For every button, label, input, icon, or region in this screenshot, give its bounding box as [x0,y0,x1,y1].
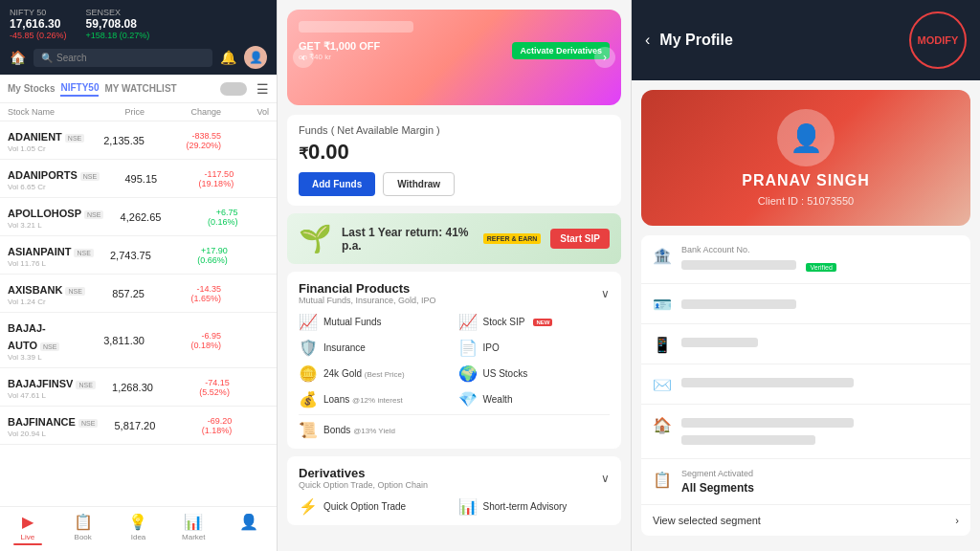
stock-name-cell: ASIANPAINTNSEVol 11.76 L [8,242,94,268]
table-row[interactable]: APOLLOHOSPNSEVol 3.21 L 4,262.65 +6.75(0… [0,198,277,236]
profile-name: PRANAV SINGH [742,172,870,189]
verified-badge: Verified [806,263,835,272]
banner-card: ‹ GET ₹1,000 OFF on ₹40 kr Activate Deri… [287,10,621,105]
nifty-value: 17,616.30 [10,17,67,31]
user-avatar-button[interactable]: 👤 [244,46,267,69]
table-row[interactable]: ASIANPAINTNSEVol 11.76 L 2,743.75 +17.90… [0,236,277,275]
sip-banner: 🌱 Last 1 Year return: 41% p.a. REFER & E… [287,213,621,264]
email-value-blurred [681,378,854,387]
nav-live[interactable]: ▶ Live [0,513,56,545]
advisory-icon: 📊 [458,497,478,516]
table-row[interactable]: ADANIPORTSNSEVol 6.65 Cr 495.15 -117.50(… [0,160,277,198]
profile-card: 👤 PRANAV SINGH Client ID : 51073550 [641,90,970,226]
ipo-icon: 📄 [458,339,478,357]
menu-icon[interactable]: ☰ [256,81,269,97]
product-mutual-funds[interactable]: 📈 Mutual Funds [299,313,451,331]
financial-collapse-icon[interactable]: ∨ [601,287,610,300]
product-stock-sip[interactable]: 📈 Stock SIP NEW [458,313,611,331]
financial-products-title: Financial Products [299,281,436,296]
modify-button[interactable]: MODIFY [909,11,967,69]
bell-button[interactable]: 🔔 [220,50,236,65]
stock-name-cell: APOLLOHOSPNSEVol 3.21 L [8,204,103,230]
search-icon: 🔍 [41,53,53,63]
stock-table-header: Stock Name Price Change Vol [0,103,277,121]
idea-icon: 💡 [128,513,147,531]
product-insurance[interactable]: 🛡️ Insurance [299,339,451,357]
banner-next-button[interactable]: › [594,47,615,68]
back-button[interactable]: ‹ [645,32,650,49]
withdraw-button[interactable]: Withdraw [383,172,455,196]
view-segment-button[interactable]: View selected segment › [641,505,970,536]
segment-row: 📋 Segment Activated All Segments [641,459,970,505]
table-row[interactable]: AXISBANKNSEVol 1.24 Cr 857.25 -14.35(1.6… [0,275,277,313]
search-bar[interactable]: 🔍 Search [33,49,212,67]
active-indicator [13,543,42,545]
product-advisory[interactable]: 📊 Short-term Advisory [458,497,611,516]
stock-name-cell: BAJFINANCENSEVol 20.94 L [8,412,98,438]
pan-value-blurred [681,299,796,309]
page-title: My Profile [659,32,909,49]
home-button[interactable]: 🏠 [10,50,26,65]
derivatives-collapse-icon[interactable]: ∨ [601,472,610,485]
banner-prev-button[interactable]: ‹ [293,47,314,68]
funds-amount: ₹0.00 [299,140,610,165]
bottom-nav: ▶ Live 📋 Book 💡 Idea 📊 Market 👤 [0,506,277,551]
sensex-change: +158.18 (0.27%) [86,31,150,40]
address-value-blurred [681,418,854,428]
us-stocks-label: US Stocks [483,368,528,379]
pan-icon: 🪪 [653,296,672,314]
table-row[interactable]: BAJFINANCENSEVol 20.94 L 5,817.20 -69.20… [0,407,277,445]
nav-profile[interactable]: 👤 [221,513,277,545]
live-icon: ▶ [22,513,33,531]
email-row: ✉️ [641,364,970,405]
product-us-stocks[interactable]: 🌍 US Stocks [458,364,611,383]
financial-products-card: Financial Products Mutual Funds, Insuran… [287,272,621,449]
product-bonds[interactable]: 📜 Bonds @13% Yield [299,421,610,439]
nav-book[interactable]: 📋 Book [56,513,111,545]
table-row[interactable]: BAJAJ-AUTONSEVol 3.39 L 3,811.30 -6.95(0… [0,313,277,368]
product-loans[interactable]: 💰 Loans @12% interest [299,390,451,408]
derivatives-sub: Quick Option Trade, Option Chain [299,480,428,490]
toggle-switch[interactable] [220,82,247,96]
derivatives-title: Derivatives [299,466,428,480]
table-row[interactable]: BAJAJFINSVNSEVol 47.61 L 1,268.30 -74.15… [0,368,277,407]
sensex-label: SENSEX [86,8,150,17]
phone-row: 📱 [641,324,970,364]
product-gold[interactable]: 🪙 24k Gold (Best Price) [299,364,451,383]
sip-text: Last 1 Year return: 41% p.a. [342,226,474,253]
financial-products-header: Financial Products Mutual Funds, Insuran… [299,281,610,305]
nav-live-label: Live [21,533,35,541]
sensex-index: SENSEX 59,708.08 +158.18 (0.27%) [86,8,150,40]
middle-panel: ‹ GET ₹1,000 OFF on ₹40 kr Activate Deri… [278,0,632,551]
funds-card: Funds ( Net Available Margin ) ₹0.00 Add… [287,115,621,206]
table-row[interactable]: ADANIENTNSEVol 1.05 Cr 2,135.35 -838.55(… [0,121,277,160]
tab-nifty50[interactable]: NIFTY50 [60,80,99,97]
offer-row: GET ₹1,000 OFF on ₹40 kr Activate Deriva… [299,40,610,61]
product-quick-option[interactable]: ⚡ Quick Option Trade [299,497,451,516]
col-change: Change [145,107,221,117]
market-indices: NIFTY 50 17,616.30 -45.85 (0.26%) SENSEX… [10,8,267,40]
us-stocks-icon: 🌍 [458,364,478,383]
product-wealth[interactable]: 💎 Wealth [458,390,611,408]
tab-my-watchlist[interactable]: MY WATCHLIST [104,81,176,96]
product-ipo[interactable]: 📄 IPO [458,339,611,357]
stock-name-cell: BAJAJFINSVNSEVol 47.61 L [8,374,96,400]
sensex-value: 59,708.08 [86,17,150,31]
stock-sip-label: Stock SIP [483,317,525,327]
nav-idea[interactable]: 💡 Idea [111,513,167,545]
derivatives-grid: ⚡ Quick Option Trade 📊 Short-term Adviso… [299,497,610,516]
profile-topbar: ‹ My Profile MODIFY [632,0,980,80]
stock-name-cell: BAJAJ-AUTONSEVol 3.39 L [8,319,87,362]
stock-header: NIFTY 50 17,616.30 -45.85 (0.26%) SENSEX… [0,0,277,75]
insurance-label: Insurance [323,342,366,353]
profile-panel: ‹ My Profile MODIFY 👤 PRANAV SINGH Clien… [632,0,980,551]
funds-label: Funds ( Net Available Margin ) [299,124,610,136]
nifty-index: NIFTY 50 17,616.30 -45.85 (0.26%) [10,8,67,40]
bank-row: 🏦 Bank Account No. Verified [641,235,970,284]
funds-actions: Add Funds Withdraw [299,172,610,196]
tab-my-stocks[interactable]: My Stocks [8,81,55,96]
start-sip-button[interactable]: Start SIP [550,229,610,249]
address-row: 🏠 [641,405,970,459]
add-funds-button[interactable]: Add Funds [299,172,375,196]
nav-market[interactable]: 📊 Market [166,513,221,545]
